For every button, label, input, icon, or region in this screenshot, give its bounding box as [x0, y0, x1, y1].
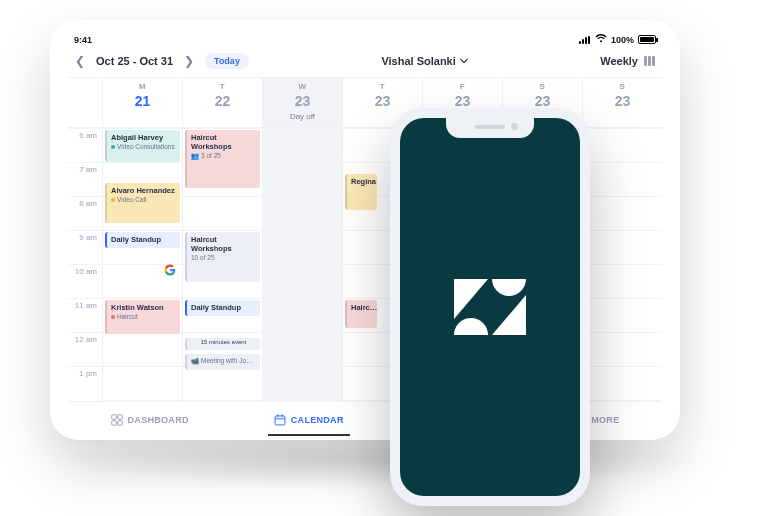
- view-mode[interactable]: Weekly: [600, 55, 658, 67]
- view-mode-label: Weekly: [600, 55, 638, 67]
- user-name: Vishal Solanki: [381, 55, 455, 67]
- signal-icon: [579, 36, 591, 44]
- event[interactable]: Regina…: [345, 174, 377, 210]
- video-icon: 📹: [191, 357, 199, 365]
- col-sun[interactable]: [582, 128, 662, 401]
- time-gutter: 6 am 7 am 8 am 9 am 10 am 11 am 12 am 1 …: [68, 128, 102, 401]
- svg-rect-3: [117, 421, 122, 426]
- col-wed[interactable]: [262, 128, 342, 401]
- calendar-header: ❮ Oct 25 - Oct 31 ❯ Today Vishal Solanki…: [68, 51, 662, 77]
- user-selector[interactable]: Vishal Solanki: [381, 55, 467, 67]
- event[interactable]: Kristin WatsonHaircut: [105, 300, 180, 334]
- phone-device: [390, 108, 590, 506]
- battery-icon: [638, 35, 656, 44]
- view-mode-icon: [644, 56, 658, 66]
- date-range[interactable]: Oct 25 - Oct 31: [96, 55, 173, 67]
- google-sync-icon: [164, 264, 176, 278]
- chevron-down-icon: [460, 57, 468, 65]
- zendesk-logo-icon: [454, 279, 526, 335]
- event[interactable]: Alvaro HernandezVideo Call: [105, 183, 180, 223]
- event[interactable]: 15 minutes event: [185, 338, 260, 350]
- event[interactable]: Daily Standup: [105, 232, 180, 248]
- svg-rect-2: [111, 421, 116, 426]
- col-mon[interactable]: Abigail HarveyVideo Consultations Alvaro…: [102, 128, 182, 401]
- day-header-sun[interactable]: S23: [582, 78, 662, 127]
- day-header-mon[interactable]: M21: [102, 78, 182, 127]
- status-time: 9:41: [74, 35, 92, 45]
- today-button[interactable]: Today: [205, 53, 249, 69]
- phone-screen: [400, 118, 580, 496]
- event[interactable]: Haircut Workshops10 of 25: [185, 232, 260, 282]
- event[interactable]: Abigail HarveyVideo Consultations: [105, 130, 180, 162]
- day-header-tue[interactable]: T22: [182, 78, 262, 127]
- battery-pct: 100%: [611, 35, 634, 45]
- svg-rect-1: [117, 415, 122, 420]
- tab-calendar[interactable]: CALENDAR: [268, 410, 350, 430]
- day-header-wed[interactable]: W23Day off: [262, 78, 342, 127]
- status-bar: 9:41 100%: [68, 34, 662, 51]
- svg-rect-4: [275, 416, 285, 425]
- dashboard-icon: [111, 414, 123, 426]
- col-tue[interactable]: Haircut Workshops👥3 of 25 Haircut Worksh…: [182, 128, 262, 401]
- phone-notch: [446, 118, 534, 138]
- prev-week-button[interactable]: ❮: [72, 54, 88, 68]
- calendar-icon: [274, 414, 286, 426]
- event[interactable]: Hairc…: [345, 300, 377, 328]
- event[interactable]: Daily Standup: [185, 300, 260, 316]
- tab-dashboard[interactable]: DASHBOARD: [105, 410, 195, 430]
- event[interactable]: Haircut Workshops👥3 of 25: [185, 130, 260, 188]
- event[interactable]: 📹Meeting with Jo…: [185, 354, 260, 370]
- svg-rect-0: [111, 415, 116, 420]
- status-right: 100%: [579, 34, 656, 45]
- wifi-icon: [595, 34, 607, 45]
- group-icon: 👥: [191, 152, 199, 160]
- next-week-button[interactable]: ❯: [181, 54, 197, 68]
